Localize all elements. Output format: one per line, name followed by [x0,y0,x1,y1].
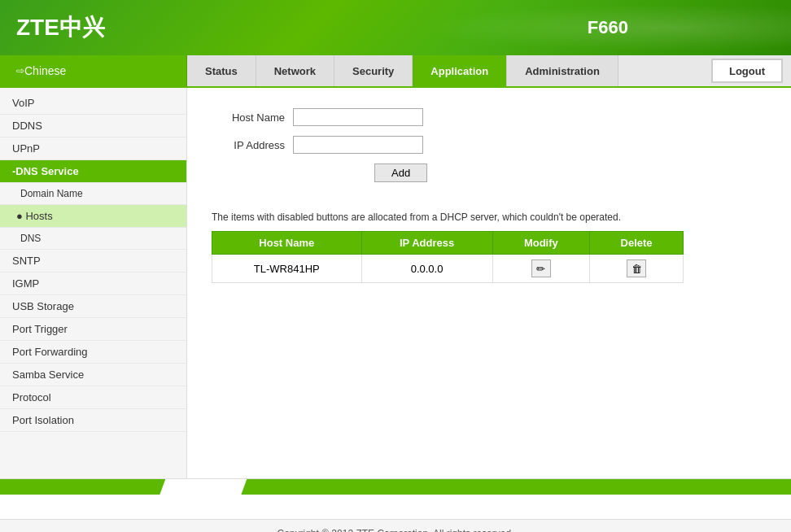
sidebar-item-domain-name[interactable]: Domain Name [0,183,186,205]
sidebar-item-port-isolation[interactable]: Port Isolation [0,409,186,432]
main-layout: VoIP DDNS UPnP -DNS Service Domain Name … [0,88,791,478]
sidebar-item-upnp[interactable]: UPnP [0,137,186,160]
content-area: Host Name IP Address Add The items with … [187,88,791,478]
tab-status[interactable]: Status [187,55,256,86]
cell-modify: ✏ [492,255,590,283]
sidebar-item-sntp[interactable]: SNTP [0,250,186,273]
sidebar-item-voip[interactable]: VoIP [0,92,186,115]
footer: Copyright © 2012 ZTE Corporation. All ri… [0,519,791,532]
decoration-shape-2 [192,478,247,495]
cell-ip-address: 0.0.0.0 [361,255,492,283]
notice-text: The items with disabled buttons are allo… [212,211,716,223]
copyright-text: Copyright © 2012 ZTE Corporation. All ri… [278,528,514,532]
green-stripe [0,478,791,495]
sidebar-item-hosts[interactable]: Hosts [0,205,186,228]
sidebar-item-usb-storage[interactable]: USB Storage [0,295,186,318]
table-header-row: Host Name IP Address Modify Delete [212,232,684,255]
logo: ZTE中兴 [0,12,121,43]
ip-address-label: IP Address [212,139,293,151]
sidebar-item-dns[interactable]: DNS [0,228,186,250]
header: ZTE中兴 F660 [0,0,791,55]
sidebar-item-samba-service[interactable]: Samba Service [0,364,186,386]
col-modify: Modify [492,232,590,255]
col-host-name: Host Name [212,232,362,255]
device-name: F660 [588,17,628,38]
host-name-label: Host Name [212,111,293,124]
modify-button[interactable]: ✏ [531,259,551,277]
host-name-input[interactable] [293,108,423,126]
navbar: Chinese Status Network Security Applicat… [0,55,791,88]
logout-button[interactable]: Logout [711,59,783,83]
ip-address-row: IP Address [212,136,767,154]
cell-delete: 🗑 [590,255,684,283]
sidebar: VoIP DDNS UPnP -DNS Service Domain Name … [0,88,187,478]
hosts-table: Host Name IP Address Modify Delete TL-WR… [212,231,684,283]
tab-network[interactable]: Network [256,55,334,86]
sidebar-item-port-forwarding[interactable]: Port Forwarding [0,341,186,364]
sidebar-item-igmp[interactable]: IGMP [0,273,186,295]
footer-decoration [0,478,791,519]
add-button-wrapper: Add [293,164,767,197]
tab-application[interactable]: Application [413,55,507,86]
table-row: TL-WR841HP 0.0.0.0 ✏ 🗑 [212,255,684,283]
delete-button[interactable]: 🗑 [627,259,646,277]
sidebar-item-protocol[interactable]: Protocol [0,386,186,409]
host-name-row: Host Name [212,108,767,126]
tab-administration[interactable]: Administration [507,55,618,86]
tab-security[interactable]: Security [334,55,413,86]
cell-host-name: TL-WR841HP [212,255,362,283]
sidebar-item-dns-service[interactable]: -DNS Service [0,160,186,183]
nav-chinese[interactable]: Chinese [0,55,187,86]
nav-tabs: Status Network Security Application Admi… [187,55,711,86]
add-button[interactable]: Add [374,164,427,182]
sidebar-item-ddns[interactable]: DDNS [0,115,186,137]
ip-address-input[interactable] [293,136,423,154]
sidebar-item-port-trigger[interactable]: Port Trigger [0,318,186,341]
col-ip-address: IP Address [361,232,492,255]
col-delete: Delete [590,232,684,255]
